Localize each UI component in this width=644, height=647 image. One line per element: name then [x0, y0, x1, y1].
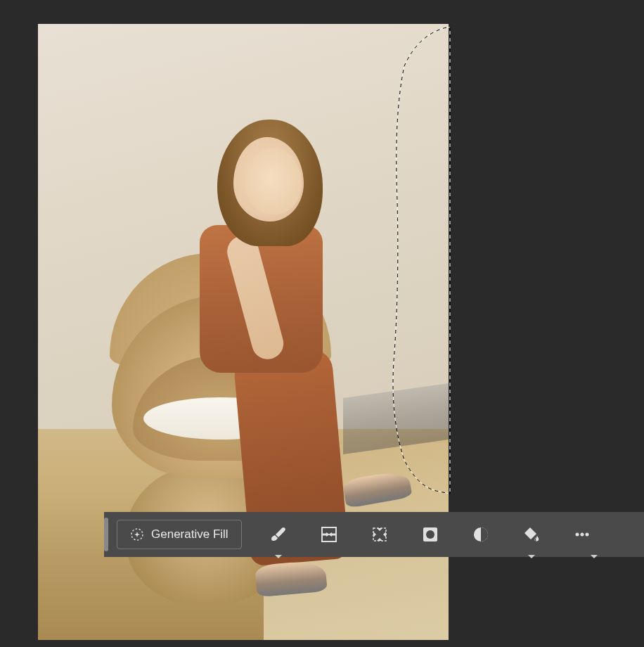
brush-tool[interactable] — [262, 518, 295, 551]
svg-point-6 — [426, 530, 434, 539]
adjustment-tool[interactable] — [464, 518, 498, 551]
svg-point-9 — [575, 533, 579, 537]
more-tool[interactable] — [565, 518, 599, 551]
generative-fill-icon — [130, 527, 144, 542]
select-subject-icon — [320, 525, 338, 544]
mask-icon — [421, 525, 439, 544]
dropdown-caret-icon — [528, 555, 535, 558]
dropdown-caret-icon — [275, 555, 282, 558]
transform-icon — [371, 525, 389, 544]
select-subject-tool[interactable] — [312, 518, 346, 551]
contextual-taskbar: Generative Fill — [104, 512, 644, 557]
transform-tool[interactable] — [363, 518, 397, 551]
mask-tool[interactable] — [413, 518, 447, 551]
more-icon — [573, 525, 591, 544]
svg-marker-3 — [328, 532, 332, 537]
generative-fill-label: Generative Fill — [151, 527, 228, 542]
generative-fill-button[interactable]: Generative Fill — [117, 520, 242, 549]
svg-point-11 — [585, 533, 588, 537]
taskbar-drag-handle[interactable] — [104, 518, 108, 551]
adjustment-icon — [472, 525, 490, 544]
svg-point-10 — [580, 533, 584, 537]
fill-tool[interactable] — [515, 518, 548, 551]
fill-icon — [522, 525, 541, 544]
dropdown-caret-icon — [591, 555, 598, 558]
person-foot-back — [255, 560, 328, 598]
brush-icon — [269, 525, 288, 544]
person-face — [245, 148, 302, 214]
